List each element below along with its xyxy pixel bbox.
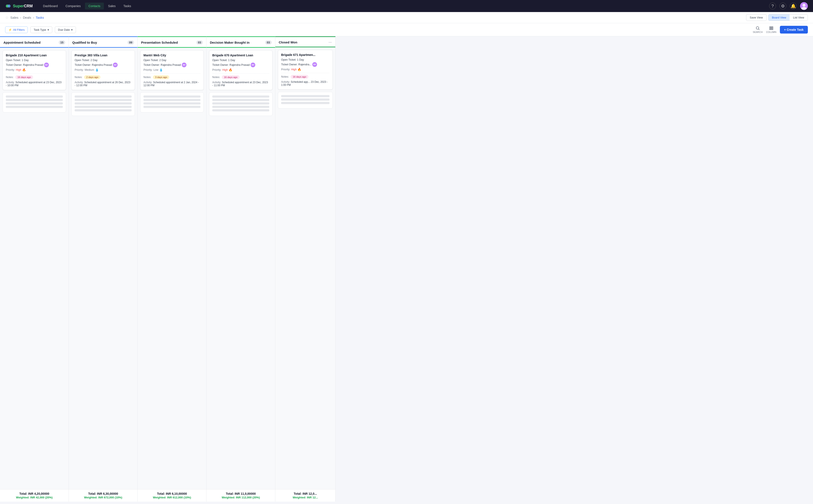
activity-label: Activity: [143, 81, 152, 84]
col3-footer: Total: INR 6,10,00000 Weighted: INR 612,… [138, 489, 206, 502]
column-qualified-to-buy: Qualified to Buy 09 Prestige 383 Villa L… [69, 36, 138, 502]
ticket-owner-row: Ticket Owner: Rajendra Prasad RP [212, 63, 269, 67]
kanban-board: Appointment Scheduled 15 Brigade 210 Apa… [0, 36, 813, 502]
all-filters-button[interactable]: ⚡ All Filters [5, 26, 28, 33]
card-brigade-670[interactable]: Brigade 670 Apartment Loan Open Ticket: … [209, 50, 273, 90]
svg-rect-8 [771, 27, 772, 30]
col3-weighted: Weighted: INR 612,000 (10%) [141, 496, 203, 499]
nav-tasks[interactable]: Tasks [120, 3, 135, 9]
save-view-button[interactable]: Save View [746, 14, 767, 21]
breadcrumb: ☆ Sales › Deals › Tasks [5, 15, 44, 20]
notifications-icon[interactable]: 🔔 [790, 3, 797, 9]
open-ticket-row: Open Ticket: 2 Day [75, 59, 132, 62]
priority-emoji: 💧 [95, 68, 99, 72]
filter-bar: ⚡ All Filters Task Type ▾ Due Date ▾ SEA… [0, 23, 813, 36]
card-mantri-web[interactable]: Mantri Web City Open Ticket: 2 Day Ticke… [140, 50, 204, 90]
col2-total: Total: INR 6,30,00000 [72, 492, 134, 495]
open-ticket-value: Open Ticket: 1 Day [281, 58, 304, 61]
column-header-1: Appointment Scheduled 15 [0, 37, 69, 48]
col5-total: Total: INR 12,0... [279, 492, 332, 495]
activity-row: Activity: Scheduled appointment at 26 De… [75, 81, 132, 87]
column-button[interactable]: COLUMN [766, 26, 776, 33]
col1-title: Appointment Scheduled [3, 41, 41, 44]
notes-row: Notes: 3 days ago [143, 75, 200, 79]
priority-emoji: 🔥 [229, 68, 232, 72]
col2-footer: Total: INR 6,30,00000 Weighted: INR 672,… [69, 489, 137, 502]
top-navigation: SuperCRM Dashboard Companies Contacts Sa… [0, 0, 813, 12]
ticket-owner-text: Ticket Owner: Rajendra Prasad [212, 63, 250, 66]
column-presentation-scheduled: Presentation Scheduled 03 Mantri Web Cit… [138, 36, 206, 502]
due-date-chevron: ▾ [71, 28, 73, 31]
user-avatar[interactable] [800, 2, 808, 10]
logo-super: Super [13, 4, 24, 8]
ticket-owner-text: Ticket Owner: Rajendra... [281, 63, 311, 66]
notes-divider [143, 73, 200, 74]
list-view-button[interactable]: List View [790, 14, 808, 21]
notes-divider [75, 73, 132, 74]
col5-count [328, 42, 332, 43]
due-date-filter[interactable]: Due Date ▾ [55, 26, 76, 33]
board-view-button[interactable]: Board View [768, 14, 790, 21]
ticket-owner-text: Ticket Owner: Rajendra Prasad [75, 63, 112, 66]
breadcrumb-sep-2: › [33, 16, 34, 19]
nav-companies[interactable]: Companies [62, 3, 84, 9]
nav-dashboard[interactable]: Dashboard [40, 3, 61, 9]
col4-count: 03 [265, 40, 272, 45]
svg-rect-9 [772, 27, 773, 30]
svg-point-1 [8, 5, 11, 8]
task-type-filter[interactable]: Task Type ▾ [30, 26, 52, 33]
col1-weighted: Weighted: INR 42,000 (20%) [3, 496, 65, 499]
breadcrumb-tasks[interactable]: Tasks [36, 16, 44, 19]
activity-row: Activity: Scheduled appointment at 23 De… [212, 81, 269, 87]
notes-label: Notes: [212, 76, 220, 79]
search-button[interactable]: SEARCH [753, 26, 763, 33]
notes-badge: 2 days ago [84, 75, 100, 79]
svg-point-3 [802, 4, 805, 7]
col1-count: 15 [59, 40, 65, 45]
help-icon[interactable]: ? [769, 3, 776, 9]
activity-row: Activity: Scheduled appointment at 2 Jan… [143, 81, 200, 87]
priority-value: High [291, 68, 297, 71]
activity-label: Activity: [75, 81, 83, 84]
priority-label: Priority: [6, 68, 15, 71]
col4-weighted: Weighted: INR 112,000 (20%) [210, 496, 272, 499]
column-header-5: Closed Won [275, 37, 335, 47]
breadcrumb-bar: ☆ Sales › Deals › Tasks Save View Board … [0, 12, 813, 23]
svg-line-6 [759, 29, 760, 30]
notes-label: Notes: [143, 76, 151, 79]
app-logo[interactable]: SuperCRM [5, 3, 33, 9]
owner-avatar: RP [312, 62, 317, 67]
skeleton-card-3 [140, 92, 204, 112]
open-ticket-value: Open Ticket: 2 Day [143, 59, 166, 62]
ticket-owner-row: Ticket Owner: Rajendra Prasad RP [75, 63, 132, 67]
card-prestige-383[interactable]: Prestige 383 Villa Loan Open Ticket: 2 D… [71, 50, 135, 90]
priority-row: Priority: Medium 💧 [75, 68, 132, 72]
notes-badge: 16 days ago [15, 75, 33, 79]
favorite-star[interactable]: ☆ [5, 15, 9, 20]
col3-total: Total: INR 6,10,00000 [141, 492, 203, 495]
card-brigade-210[interactable]: Brigade 210 Apartment Loan Open Ticket: … [3, 50, 66, 90]
card-title: Brigade 210 Apartment Loan [6, 54, 63, 57]
activity-label: Activity: [6, 81, 15, 84]
open-ticket-row: Open Ticket: 1 Day [281, 58, 330, 61]
owner-avatar: RP [251, 63, 255, 67]
activity-row: Activity: Scheduled appointment at 23 De… [6, 81, 63, 87]
nav-sales[interactable]: Sales [105, 3, 119, 9]
priority-value: High [222, 68, 228, 71]
breadcrumb-sep-1: › [20, 16, 21, 19]
col2-body: Prestige 383 Villa Loan Open Ticket: 2 D… [69, 48, 137, 489]
priority-label: Priority: [75, 68, 84, 71]
filter-icon: ⚡ [8, 28, 12, 31]
breadcrumb-deals[interactable]: Deals [23, 16, 31, 19]
col5-weighted: Weighted: INR 12... [279, 496, 332, 499]
priority-label: Priority: [143, 68, 152, 71]
breadcrumb-sales[interactable]: Sales [10, 16, 18, 19]
create-task-button[interactable]: + Create Task [780, 26, 808, 34]
filter-right: SEARCH COLUMN + Create Task [753, 26, 808, 34]
settings-icon[interactable]: ⚙ [779, 3, 786, 9]
ticket-owner-row: Ticket Owner: Rajendra Prasad RP [143, 63, 200, 67]
view-toggle: Board View List View [768, 14, 808, 21]
card-brigade-671[interactable]: Brigade 671 Apartmen... Open Ticket: 1 D… [278, 50, 333, 90]
notes-row: Notes: 16 days ago [6, 75, 63, 79]
nav-contacts[interactable]: Contacts [85, 3, 104, 9]
